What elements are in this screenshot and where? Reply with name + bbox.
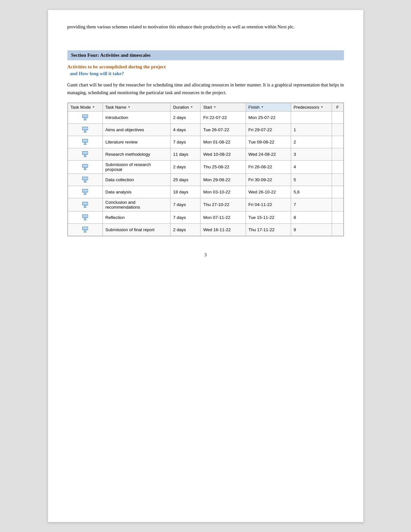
task-mode-cell: [68, 123, 103, 136]
finish-cell: Thu 17-11-22: [246, 223, 291, 236]
table-row: Conclusion and recommendations7 daysThu …: [68, 198, 343, 211]
col-header-extra: F: [332, 103, 343, 111]
duration-cell: 7 days: [171, 211, 201, 223]
task-mode-cell: [68, 186, 103, 198]
col-header-task-name[interactable]: Task Name ▼: [103, 103, 170, 111]
start-cell: Fri 22-07-22: [201, 111, 246, 123]
sort-arrow-start: ▼: [213, 105, 216, 109]
table-header-row: Task Mode ▼ Task Name ▼ Duration ▼: [68, 103, 343, 111]
task-name-cell: Literature review: [103, 136, 170, 148]
table-row: Research methodology11 daysWed 10-08-22W…: [68, 148, 343, 160]
task-name-cell: Introduction: [103, 111, 170, 123]
sort-arrow-predecessors: ▼: [320, 105, 323, 109]
predecessors-cell: 4: [291, 160, 332, 173]
table-row: Submission of final report2 daysWed 16-1…: [68, 223, 343, 236]
duration-cell: 2 days: [171, 160, 201, 173]
gantt-table-wrapper: Task Mode ▼ Task Name ▼ Duration ▼: [67, 103, 344, 236]
sort-arrow-duration: ▼: [190, 105, 193, 109]
table-row: Data collection25 daysMon 29-08-22Fri 30…: [68, 173, 343, 186]
intro-paragraph: providing them various schemes related t…: [67, 23, 344, 31]
col-header-start[interactable]: Start ▼: [201, 103, 246, 111]
task-mode-cell: [68, 223, 103, 236]
task-name-cell: Submission of final report: [103, 223, 170, 236]
extra-cell: [332, 123, 343, 136]
task-name-cell: Data analysis: [103, 186, 170, 198]
finish-cell: Fri 26-08-22: [246, 160, 291, 173]
start-cell: Tue 26-07-22: [201, 123, 246, 136]
duration-cell: 11 days: [171, 148, 201, 160]
predecessors-cell: 2: [291, 136, 332, 148]
sort-arrow-task-mode: ▼: [92, 105, 95, 109]
predecessors-cell: 5,6: [291, 186, 332, 198]
start-cell: Wed 10-08-22: [201, 148, 246, 160]
finish-cell: Tue 15-11-22: [246, 211, 291, 223]
duration-cell: 25 days: [171, 173, 201, 186]
finish-cell: Tue 09-08-22: [246, 136, 291, 148]
activities-heading1: Activities to be accomplished during the…: [67, 64, 344, 70]
duration-cell: 7 days: [171, 198, 201, 211]
sort-arrow-finish: ▼: [261, 105, 264, 109]
extra-cell: [332, 173, 343, 186]
task-mode-cell: [68, 136, 103, 148]
task-mode-cell: [68, 173, 103, 186]
task-name-cell: Research methodology: [103, 148, 170, 160]
intro-text: providing them various schemes related t…: [67, 24, 295, 29]
col-header-predecessors[interactable]: Predecessors ▼: [291, 103, 332, 111]
col-header-task-mode[interactable]: Task Mode ▼: [68, 103, 103, 111]
start-cell: Mon 01-08-22: [201, 136, 246, 148]
how-long-heading: and How long will it take?: [70, 71, 344, 76]
duration-cell: 4 days: [171, 123, 201, 136]
table-row: Literature review7 daysMon 01-08-22Tue 0…: [68, 136, 343, 148]
predecessors-cell: 8: [291, 211, 332, 223]
extra-cell: [332, 198, 343, 211]
duration-cell: 2 days: [171, 223, 201, 236]
sort-arrow-task-name: ▼: [128, 105, 131, 109]
col-header-finish[interactable]: Finish ▼: [246, 103, 291, 111]
extra-cell: [332, 111, 343, 123]
table-row: Data analysis18 daysMon 03-10-22Wed 26-1…: [68, 186, 343, 198]
task-name-cell: Reflection: [103, 211, 170, 223]
duration-cell: 18 days: [171, 186, 201, 198]
page: providing them various schemes related t…: [48, 10, 364, 522]
extra-cell: [332, 211, 343, 223]
duration-cell: 7 days: [171, 136, 201, 148]
extra-cell: [332, 186, 343, 198]
page-number: 3: [67, 252, 344, 258]
duration-cell: 2 days: [171, 111, 201, 123]
predecessors-cell: 1: [291, 123, 332, 136]
finish-cell: Fri 04-11-22: [246, 198, 291, 211]
section-title: Section Four: Activities and timescales: [71, 53, 151, 58]
table-row: Submission of research proposal2 daysThu…: [68, 160, 343, 173]
extra-cell: [332, 148, 343, 160]
extra-cell: [332, 223, 343, 236]
task-mode-cell: [68, 148, 103, 160]
task-mode-cell: [68, 211, 103, 223]
predecessors-cell: 7: [291, 198, 332, 211]
table-row: Reflection7 daysMon 07-11-22Tue 15-11-22…: [68, 211, 343, 223]
extra-cell: [332, 160, 343, 173]
predecessors-cell: [291, 111, 332, 123]
start-cell: Wed 16-11-22: [201, 223, 246, 236]
task-mode-cell: [68, 160, 103, 173]
start-cell: Mon 03-10-22: [201, 186, 246, 198]
task-name-cell: Aims and objectives: [103, 123, 170, 136]
table-row: Introduction2 daysFri 22-07-22Mon 25-07-…: [68, 111, 343, 123]
predecessors-cell: 9: [291, 223, 332, 236]
start-cell: Thu 27-10-22: [201, 198, 246, 211]
task-mode-cell: [68, 198, 103, 211]
body-paragraph: Gantt chart will be used by the research…: [67, 81, 344, 97]
finish-cell: Wed 26-10-22: [246, 186, 291, 198]
table-row: Aims and objectives4 daysTue 26-07-22Fri…: [68, 123, 343, 136]
col-header-duration[interactable]: Duration ▼: [171, 103, 201, 111]
task-mode-cell: [68, 111, 103, 123]
task-name-cell: Data collection: [103, 173, 170, 186]
section-header: Section Four: Activities and timescales: [67, 50, 344, 60]
finish-cell: Fri 29-07-22: [246, 123, 291, 136]
start-cell: Mon 29-08-22: [201, 173, 246, 186]
predecessors-cell: 3: [291, 148, 332, 160]
start-cell: Mon 07-11-22: [201, 211, 246, 223]
task-name-cell: Submission of research proposal: [103, 160, 170, 173]
finish-cell: Wed 24-08-22: [246, 148, 291, 160]
task-name-cell: Conclusion and recommendations: [103, 198, 170, 211]
extra-cell: [332, 136, 343, 148]
